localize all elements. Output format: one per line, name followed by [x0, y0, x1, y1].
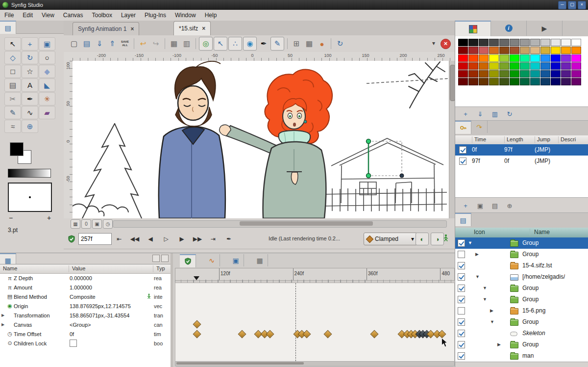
keyframes-column-header[interactable]: Length — [504, 136, 523, 143]
gradient-swatch[interactable] — [8, 169, 51, 178]
palette-swatch[interactable] — [499, 39, 509, 46]
vertical-ruler[interactable]: 100500-50 — [64, 61, 73, 218]
maximize-button[interactable]: ▢ — [568, 1, 576, 9]
search-keyframe-button[interactable]: ⊕ — [503, 200, 516, 211]
layer-row[interactable]: man — [455, 350, 588, 362]
fill-tool[interactable]: ◣ — [39, 79, 55, 92]
expander-open-icon[interactable]: ▼ — [483, 286, 487, 290]
encapsulate-layer-button[interactable]: ▤ — [502, 364, 514, 367]
layer-visible-checkbox[interactable] — [458, 285, 465, 292]
palette-swatch[interactable] — [468, 47, 478, 54]
rectangle-tool[interactable]: □ — [4, 65, 21, 78]
zoom-tool[interactable]: ⊕ — [22, 120, 38, 133]
layer-visible-checkbox[interactable] — [458, 352, 465, 360]
node-mode-toggle[interactable]: ∴ — [228, 37, 242, 51]
palette-swatch[interactable] — [520, 78, 530, 85]
circle-tool[interactable]: ○ — [39, 51, 55, 64]
parameters-column-header[interactable]: Value — [69, 265, 156, 272]
add-keyframe-button[interactable]: + — [459, 200, 472, 211]
info-tab[interactable]: i — [491, 21, 527, 36]
param-value-cell[interactable]: 138.876925px,12.714575 — [70, 301, 152, 311]
palette-swatch[interactable] — [551, 70, 561, 78]
param-value-cell[interactable]: Composite — [70, 292, 152, 301]
layer-visible-checkbox[interactable] — [458, 318, 465, 326]
palette-swatch[interactable] — [530, 47, 540, 54]
layer-row[interactable]: Skeleton — [455, 328, 588, 339]
keyframes-column-header[interactable]: Time — [472, 136, 486, 143]
brush-tool[interactable]: ▰ — [39, 106, 55, 119]
close-tab-icon[interactable]: × — [130, 26, 134, 32]
expander-closed-icon[interactable]: ▶ — [475, 252, 479, 257]
param-value-cell[interactable]: 0.000000 — [70, 273, 152, 283]
menu-toolbox[interactable]: Toolbox — [88, 10, 117, 20]
palette-swatch[interactable] — [479, 78, 489, 85]
palette-swatch[interactable] — [489, 39, 499, 46]
timetrack-library-tab[interactable]: ▣ — [228, 254, 244, 266]
palette-swatch[interactable] — [561, 54, 571, 62]
mirror-tool[interactable]: ▣ — [39, 37, 55, 51]
palette-swatch[interactable] — [499, 47, 509, 54]
menu-view[interactable]: View — [37, 10, 59, 20]
palette-tab[interactable] — [455, 21, 491, 37]
palette-swatch[interactable] — [520, 39, 530, 46]
waypoint-icon[interactable] — [193, 320, 201, 329]
polygon-tool[interactable]: ◆ — [39, 65, 55, 78]
layer-visible-checkbox[interactable] — [458, 341, 465, 348]
lower-layer-button[interactable]: ▼ — [473, 364, 486, 367]
bind-time-button[interactable]: ✒ — [221, 233, 236, 245]
star-tool[interactable]: ☆ — [22, 65, 38, 78]
palette-swatch[interactable] — [571, 54, 581, 62]
palette-swatch[interactable] — [489, 70, 499, 78]
close-window-button[interactable]: × — [578, 1, 586, 9]
layer-row[interactable]: ▶Group — [455, 249, 588, 260]
panel-menu-button[interactable] — [152, 255, 160, 262]
palette-swatch[interactable] — [551, 54, 561, 62]
palette-swatch[interactable] — [530, 70, 540, 78]
palette-swatch[interactable] — [510, 70, 519, 78]
palette-swatch[interactable] — [530, 39, 540, 46]
toolbox-tab[interactable]: ▤ — [0, 21, 16, 34]
refresh-palette-button[interactable]: ↻ — [503, 108, 516, 120]
drawing-canvas[interactable] — [73, 61, 449, 218]
keyframe-enable-checkbox[interactable] — [459, 157, 466, 165]
palette-swatch[interactable] — [510, 54, 519, 62]
refresh-button[interactable]: ↻ — [334, 37, 346, 50]
timetrack-scrollbar[interactable] — [175, 361, 455, 367]
document-tab-synfig-animation-1[interactable]: Synfig Animation 1 × — [73, 22, 139, 35]
palette-swatch[interactable] — [540, 70, 550, 78]
new-group-button[interactable]: ■ — [530, 364, 543, 367]
keyframes-column-header[interactable]: Descri — [558, 136, 576, 143]
save-button[interactable]: ⇓ — [93, 37, 106, 50]
toggle-guides-button[interactable]: ▣ — [92, 219, 102, 229]
palette-swatch[interactable] — [499, 54, 509, 62]
time-field[interactable] — [78, 233, 112, 245]
palette-swatch[interactable] — [458, 54, 468, 62]
transform-tool[interactable]: ↖ — [4, 37, 21, 51]
palette-swatch[interactable] — [571, 70, 581, 78]
cutout-tool[interactable]: ✂ — [4, 92, 21, 105]
palette-swatch[interactable] — [540, 39, 550, 46]
palette-swatch[interactable] — [510, 78, 519, 85]
param-row[interactable]: πZ Depth0.000000rea — [0, 273, 171, 283]
duplicate-layer-button[interactable]: ▣ — [488, 364, 500, 367]
draw-tool[interactable]: ✒ — [22, 92, 38, 105]
seek-end-button[interactable]: ⇥ — [206, 233, 220, 245]
scrollbar-thumb[interactable] — [176, 362, 304, 365]
close-tab-icon[interactable]: × — [202, 25, 205, 32]
waypoint-icon[interactable] — [323, 330, 332, 339]
expander-open-icon[interactable]: ▼ — [475, 274, 480, 279]
param-value-cell[interactable]: 158.865071px,-31.43554 — [70, 311, 152, 320]
pen-blue-button[interactable]: ✎ — [270, 37, 284, 51]
save-all-button[interactable]: SAVE ALL — [119, 37, 131, 50]
layer-visible-checkbox[interactable] — [458, 273, 465, 281]
waypoint-icon[interactable] — [238, 330, 246, 339]
undo-button[interactable]: ↩ — [137, 37, 149, 50]
timetrack-meta-tab[interactable]: ▦ — [252, 254, 268, 266]
palette-swatch[interactable] — [479, 54, 489, 62]
parameters-column-header[interactable]: Name — [0, 265, 72, 272]
waypoint-icon[interactable] — [193, 330, 201, 339]
panel-more-tab[interactable]: ▶ — [527, 21, 563, 36]
palette-swatch[interactable] — [520, 70, 530, 78]
palette-swatch[interactable] — [479, 47, 489, 54]
past-keyframe-lock-button[interactable]: ◐ — [416, 233, 429, 245]
